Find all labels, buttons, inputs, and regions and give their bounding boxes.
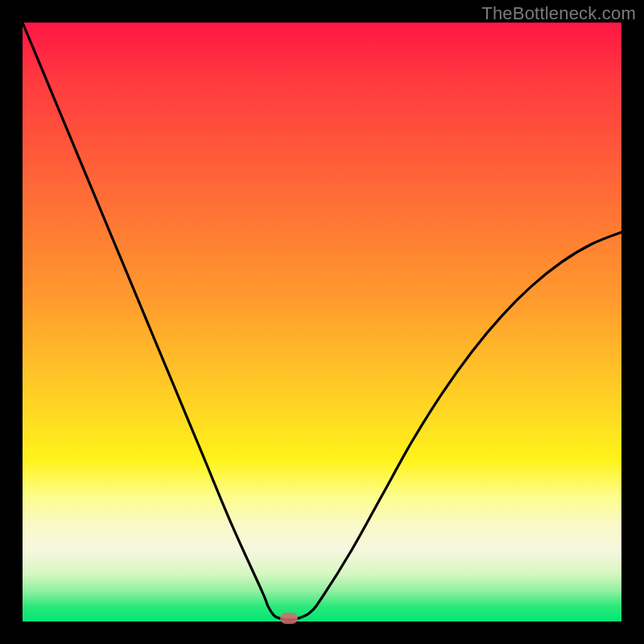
watermark-text: TheBottleneck.com	[481, 3, 636, 24]
chart-frame: TheBottleneck.com	[0, 0, 644, 644]
bottleneck-curve	[23, 23, 621, 621]
minimum-marker	[280, 613, 298, 624]
plot-area	[23, 23, 621, 621]
